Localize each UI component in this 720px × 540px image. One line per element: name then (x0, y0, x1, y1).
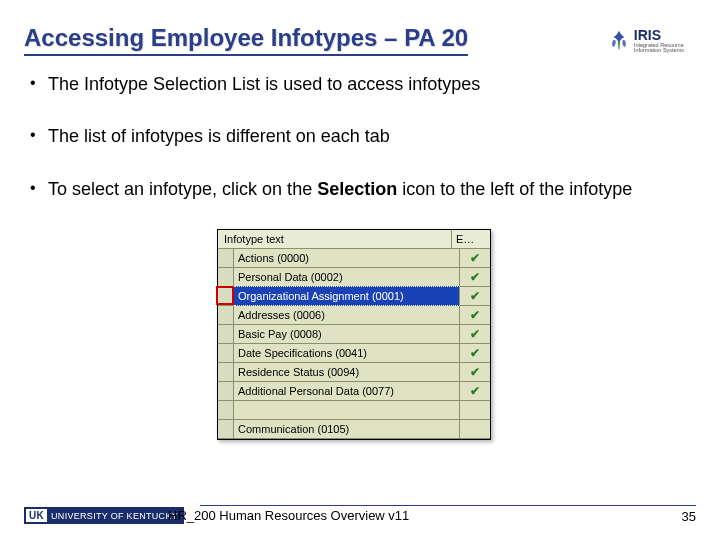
infotype-text: Additional Personal Data (0077) (234, 382, 460, 400)
selection-icon[interactable] (218, 249, 234, 267)
exists-check-icon: ✔ (460, 251, 490, 265)
bullet-list: The Infotype Selection List is used to a… (24, 72, 684, 201)
col-header-e: E… (452, 230, 490, 248)
page-title: Accessing Employee Infotypes – PA 20 (24, 24, 468, 56)
selection-icon[interactable] (218, 382, 234, 400)
uk-text: UNIVERSITY OF KENTUCKY (51, 511, 178, 521)
selection-icon[interactable] (218, 344, 234, 362)
iris-logo-sub2: Information Systems (634, 48, 684, 54)
infotype-text: Communication (0105) (234, 420, 460, 438)
infotype-text: Organizational Assignment (0001) (234, 286, 460, 306)
table-row[interactable]: Additional Personal Data (0077)✔ (218, 382, 490, 401)
iris-logo-text: IRIS (634, 27, 684, 43)
selection-icon[interactable] (218, 268, 234, 286)
page-number: 35 (682, 509, 696, 524)
selection-icon[interactable] (218, 420, 234, 438)
sap-list-header: Infotype text E… (218, 230, 490, 249)
table-row[interactable]: Organizational Assignment (0001)✔ (218, 287, 490, 306)
table-row[interactable]: Residence Status (0094)✔ (218, 363, 490, 382)
infotype-text (234, 401, 460, 419)
infotype-text: Residence Status (0094) (234, 363, 460, 381)
bullet-item: The Infotype Selection List is used to a… (24, 72, 684, 96)
bullet-item: The list of infotypes is different on ea… (24, 124, 684, 148)
exists-check-icon: ✔ (460, 365, 490, 379)
table-row[interactable]: Basic Pay (0008)✔ (218, 325, 490, 344)
selection-icon[interactable] (218, 287, 234, 305)
exists-check-icon: ✔ (460, 289, 490, 303)
footer-left: UK UNIVERSITY OF KENTUCKY HR_200 Human R… (24, 507, 409, 524)
iris-flower-icon (608, 29, 630, 51)
exists-check-icon: ✔ (460, 308, 490, 322)
exists-check-icon: ✔ (460, 327, 490, 341)
uk-logo: UK UNIVERSITY OF KENTUCKY (24, 507, 184, 524)
infotype-text: Date Specifications (0041) (234, 344, 460, 362)
infotype-text: Personal Data (0002) (234, 268, 460, 286)
sap-infotype-list: Infotype text E… Actions (0000)✔Personal… (217, 229, 491, 440)
bullet-item: To select an infotype, click on the Sele… (24, 177, 684, 201)
selection-icon[interactable] (218, 363, 234, 381)
footer-course: HR_200 Human Resources Overview v11 (168, 508, 409, 523)
bold-word: Selection (317, 179, 397, 199)
selection-icon[interactable] (218, 325, 234, 343)
infotype-text: Addresses (0006) (234, 306, 460, 324)
iris-logo: IRIS Integrated Resource Information Sys… (608, 27, 684, 54)
selection-icon[interactable] (218, 306, 234, 324)
selection-icon[interactable] (218, 401, 234, 419)
table-row[interactable]: Addresses (0006)✔ (218, 306, 490, 325)
infotype-text: Basic Pay (0008) (234, 325, 460, 343)
col-header-infotype-text: Infotype text (218, 230, 452, 248)
table-row[interactable]: Date Specifications (0041)✔ (218, 344, 490, 363)
uk-mark: UK (26, 509, 47, 522)
exists-check-icon: ✔ (460, 346, 490, 360)
table-row[interactable] (218, 401, 490, 420)
exists-check-icon: ✔ (460, 384, 490, 398)
table-row[interactable]: Communication (0105) (218, 420, 490, 439)
footer-rule (200, 505, 696, 506)
table-row[interactable]: Actions (0000)✔ (218, 249, 490, 268)
exists-check-icon: ✔ (460, 270, 490, 284)
table-row[interactable]: Personal Data (0002)✔ (218, 268, 490, 287)
infotype-text: Actions (0000) (234, 249, 460, 267)
